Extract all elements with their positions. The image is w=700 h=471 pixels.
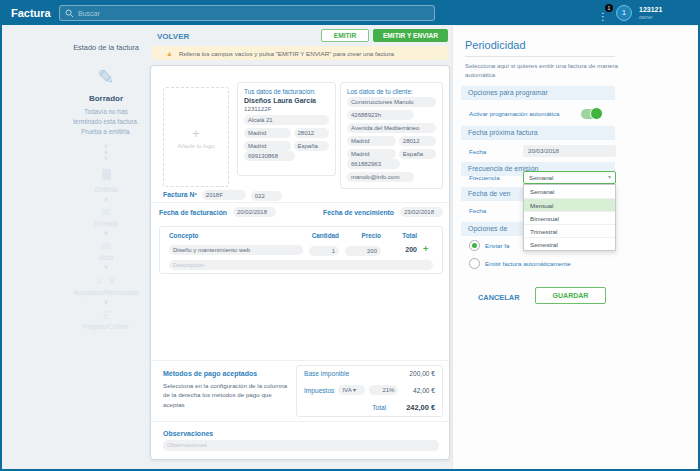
panel-subtitle: Selecciona aquí si quieres emitir una fa… [465,61,637,80]
client-panel: Los datos de tu cliente: Construcciones … [340,82,443,189]
payment-methods-title: Métodos de pago aceptados [163,370,257,377]
panel-due-date-label: Fecha [469,207,486,214]
tax-value: 42,00 € [413,387,435,394]
radio-selected-dot [472,243,477,248]
frequency-selected-value: Semanal [529,174,553,181]
client-email-field[interactable]: manolo@info.com [347,172,414,182]
client-title: Los datos de tu cliente: [347,88,436,95]
save-button[interactable]: GUARDAR [535,287,606,304]
base-label: Base imponible [304,370,349,377]
sender-address-field[interactable]: Alcalá 21 [244,115,329,125]
send-automatically-label: Enviar fa [485,242,509,249]
client-tax-id-field[interactable]: 42688923h [347,110,414,120]
dropdown-option-semanal[interactable]: Semanal [524,185,615,198]
notifications-icon: ⋮ [598,11,608,22]
notifications-button[interactable]: ⋮ 1 [598,6,610,21]
check-cross-icon: ✓ ✕ [62,275,150,287]
periodicity-panel: Periodicidad Selecciona aquí si quieres … [452,26,700,471]
invoice-series-field[interactable]: 2018F [202,190,246,200]
app-window: Factura Buscar ⋮ 1 1 123121 owner VOLVER… [0,0,700,471]
topbar: Factura Buscar ⋮ 1 1 123121 owner [2,2,698,25]
base-row: Base imponible 200,00 € [304,370,435,377]
sender-name: Diseños Laura García [244,97,329,104]
search-placeholder: Buscar [78,10,100,17]
frequency-label: Frecuencia [469,174,500,181]
issue-date-field[interactable]: 20/02/2018 [233,207,276,217]
dropdown-option-bimensual[interactable]: Bimensual [524,211,615,224]
dropdown-option-trimestral[interactable]: Trimestral [524,224,615,237]
quantity-column-header: Cantidad [309,232,339,239]
sender-province-field[interactable]: Madrid [244,141,291,151]
tax-label: Impuestos [304,387,334,394]
emit-automatically-label: Emitir factura automáticamente [485,260,571,267]
client-city-field[interactable]: Madrid [347,136,396,146]
section-next-invoice-date: Fecha próxima factura [461,126,615,140]
table-row: Descripción [169,260,433,270]
divider [151,360,449,361]
emit-and-send-button[interactable]: EMITIR Y ENVIAR [373,29,448,42]
status-step-vista: ✉ Vista [62,240,150,261]
next-date-field[interactable]: 20/03/2018 [523,145,616,157]
concept-field[interactable]: Diseño y mantenimiento web [169,245,303,255]
status-sidebar: Estado de la factura ✎ Borrador Todavía … [62,43,150,330]
app-logo[interactable]: Factura [11,7,51,19]
user-menu[interactable]: 123121 owner [639,6,662,20]
base-value: 200,00 € [409,370,435,377]
due-date-field[interactable]: 23/02/2018 [400,207,443,217]
emit-button[interactable]: EMITIR [321,29,369,42]
search-input[interactable]: Buscar [59,5,435,21]
chevron-down-icon: ∨ [62,230,150,236]
client-phone-field[interactable]: 661882963 [347,159,400,169]
avatar[interactable]: 1 [616,5,632,21]
payment-methods-text: Selecciona en la configuración de la col… [163,381,289,409]
description-field[interactable]: Descripción [169,260,433,270]
tax-rate-field[interactable]: 21% [369,385,398,395]
observations-title: Observaciones [163,430,213,437]
invoice-number-field[interactable]: 022 [251,191,282,201]
dropdown-option-mensual[interactable]: Mensual [524,198,615,211]
chevron-down-icon: ∨ [62,264,150,270]
sender-country-field[interactable]: España [294,141,330,151]
chevron-down-icon: ∨ [62,196,150,202]
items-header-row: Concepto Cantidad Precio Total [169,232,433,239]
client-province-field[interactable]: Madrid [347,149,396,159]
client-postal-code-field[interactable]: 28012 [399,136,436,146]
divider [151,421,449,422]
euro-icon: € [62,309,150,321]
next-date-label: Fecha [469,148,486,155]
client-country-field[interactable]: España [399,149,436,159]
add-logo-button[interactable]: + Añade tu logo [163,87,229,187]
client-name-field[interactable]: Construcciones Manolo [347,97,436,107]
total-column-header: Total [387,232,417,239]
back-button[interactable]: VOLVER [157,32,189,41]
tax-type-select[interactable]: IVA ▾ [338,385,365,395]
chevron-down-icon: ▾ [608,172,611,183]
cancel-button[interactable]: CANCELAR [478,293,519,302]
add-line-button[interactable]: + [423,245,433,254]
table-row: Diseño y mantenimiento web 1 200 200 + [169,243,433,256]
auto-schedule-toggle[interactable] [581,109,602,119]
document-icon [102,169,111,180]
status-step-enviada: ✉ Enviada [62,206,150,227]
divider [465,56,615,57]
sender-postal-code-field[interactable]: 28012 [294,128,330,138]
toggle-knob [590,107,603,120]
dropdown-option-semestral[interactable]: Semestral [524,237,615,250]
search-icon [65,9,74,18]
frequency-select[interactable]: Semanal ▾ [523,171,616,184]
quantity-field[interactable]: 1 [309,246,339,256]
status-current-description: Todavía no has terminado esta factura. P… [62,107,150,137]
status-current-label: Borrador [62,94,150,103]
plus-icon: + [192,126,200,141]
totals-box: Base imponible 200,00 € Impuestos IVA ▾ … [296,365,443,417]
observations-field[interactable]: Observaciones [163,440,439,451]
send-automatically-radio[interactable] [469,240,480,251]
envelope-icon: ✉ [62,206,150,218]
sender-phone-field[interactable]: 699130868 [244,151,295,161]
sender-city-field[interactable]: Madrid [244,128,291,138]
line-total-value: 200 [387,246,417,253]
price-field[interactable]: 200 [345,246,381,256]
tax-row: Impuestos IVA ▾ 21% 42,00 € [304,385,435,395]
client-address-field[interactable]: Avenida del Mediterráneo [347,123,436,133]
emit-automatically-radio[interactable] [469,258,480,269]
